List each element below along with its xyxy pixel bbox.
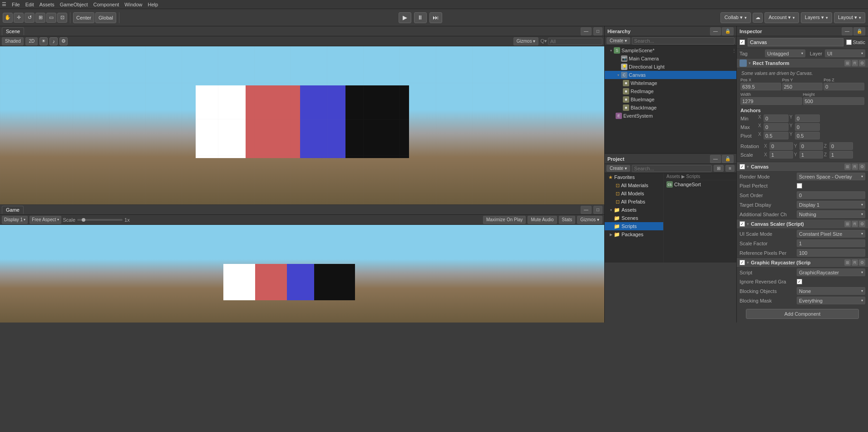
transform-tool-icon[interactable]: ⊡ — [57, 13, 67, 23]
game-tab[interactable]: Game — [2, 206, 24, 214]
hand-tool-icon[interactable]: ✋ — [3, 13, 13, 23]
tag-dropdown[interactable]: Untagged — [765, 50, 805, 57]
scale-factor-input[interactable] — [797, 239, 865, 247]
rect-icon3[interactable]: ⚙ — [859, 60, 865, 66]
hierarchy-scene-item[interactable]: ▾ S SampleScene* ⋮ — [605, 46, 736, 55]
rect-transform-header[interactable]: ▾ Rect Transform ⊞ R ⚙ — [737, 58, 868, 68]
packages-folder[interactable]: ▶ 📁 Packages — [605, 230, 663, 238]
menu-help[interactable]: Help — [148, 2, 158, 7]
sort-order-input[interactable] — [797, 191, 865, 199]
rect-icon2[interactable]: R — [852, 60, 858, 66]
pos-y-input[interactable] — [782, 83, 823, 90]
scaler-icon2[interactable]: R — [852, 221, 858, 227]
fx-icon[interactable]: ⚙ — [59, 37, 68, 45]
script-value[interactable]: GraphicRaycaster — [797, 268, 865, 276]
hierarchy-blue-image[interactable]: ■ BlueImage — [605, 95, 736, 104]
2d-button[interactable]: 2D — [25, 37, 38, 45]
scaler-checkbox[interactable] — [740, 221, 745, 227]
max-x-input[interactable] — [764, 123, 789, 131]
project-sort-icon[interactable]: ⊞ — [714, 165, 724, 172]
static-checkbox[interactable] — [846, 40, 852, 45]
aspect-dropdown[interactable]: Free Aspect — [30, 216, 61, 224]
assets-expand[interactable]: ▾ — [608, 207, 614, 213]
min-y-input[interactable] — [795, 114, 820, 122]
scene-options[interactable]: ⋮ — [732, 48, 736, 53]
hierarchy-create-button[interactable]: Create ▾ — [607, 37, 630, 44]
render-mode-dropdown[interactable]: Screen Space - Overlay — [797, 173, 865, 180]
raycaster-icon2[interactable]: R — [852, 259, 858, 266]
hierarchy-minimize[interactable]: — — [710, 27, 721, 35]
game-gizmos[interactable]: Gizmos ▾ — [577, 216, 602, 224]
all-materials-item[interactable]: ⊡ All Materials — [605, 181, 663, 189]
account-button[interactable]: Account ▾ — [764, 12, 799, 23]
global-button[interactable]: Global — [95, 12, 116, 23]
collab-button[interactable]: Collab ▾ — [720, 12, 751, 23]
stats-button[interactable]: Stats — [559, 216, 576, 224]
menu-file[interactable]: File — [12, 2, 20, 7]
raycaster-icon3[interactable]: ⚙ — [859, 259, 865, 266]
ui-scale-mode-dropdown[interactable]: Constant Pixel Size — [797, 230, 865, 238]
rect-tool-icon[interactable]: ▭ — [46, 13, 56, 23]
canvas-icon2[interactable]: R — [852, 164, 858, 170]
ignore-reversed-checkbox[interactable] — [797, 279, 802, 284]
all-models-item[interactable]: ⊡ All Models — [605, 189, 663, 198]
canvas-icon1[interactable]: ⊞ — [844, 164, 851, 170]
add-component-button[interactable]: Add Component — [746, 309, 859, 319]
rect-icon1[interactable]: ⊞ — [844, 60, 851, 66]
layer-dropdown[interactable]: UI — [825, 50, 865, 57]
additional-shader-dropdown[interactable]: Nothing — [797, 210, 865, 218]
height-input[interactable] — [803, 97, 865, 105]
project-lock[interactable]: 🔒 — [722, 155, 734, 163]
rot-z-input[interactable] — [829, 142, 853, 150]
ref-pixels-input[interactable] — [797, 249, 865, 257]
hierarchy-main-camera[interactable]: 📷 Main Camera — [605, 55, 736, 63]
canvas-component-header[interactable]: ▾ Canvas ⊞ R ⚙ — [737, 162, 868, 172]
scene-tab[interactable]: Scene — [2, 27, 24, 35]
hierarchy-black-image[interactable]: ■ BlackImage — [605, 104, 736, 112]
game-view[interactable] — [0, 225, 604, 323]
scenes-folder[interactable]: 📁 Scenes — [605, 214, 663, 222]
target-display-dropdown[interactable]: Display 1 — [797, 201, 865, 209]
shading-dropdown[interactable]: Shaded — [2, 37, 24, 45]
scene-maximize[interactable]: □ — [593, 27, 602, 35]
expand-canvas[interactable]: ▾ — [616, 72, 621, 78]
scale-z-input[interactable] — [829, 151, 853, 159]
graphic-raycaster-header[interactable]: ▾ Graphic Raycaster (Scrip ⊞ R ⚙ — [737, 258, 868, 268]
rot-y-input[interactable] — [799, 142, 823, 150]
rot-x-input[interactable] — [769, 142, 793, 150]
hierarchy-directional-light[interactable]: 💡 Directional Light — [605, 63, 736, 71]
go-name-input[interactable] — [748, 38, 843, 46]
raycaster-checkbox[interactable] — [740, 260, 745, 265]
canvas-comp-checkbox[interactable] — [740, 164, 745, 169]
scale-y-input[interactable] — [799, 151, 823, 159]
changesort-file[interactable]: cs ChangeSort — [664, 180, 736, 189]
expand-scene[interactable]: ▾ — [608, 48, 614, 53]
hierarchy-event-system[interactable]: E EventSystem — [605, 112, 736, 120]
hierarchy-canvas[interactable]: ▾ C Canvas — [605, 71, 736, 79]
hierarchy-search-input[interactable] — [632, 37, 735, 45]
hierarchy-lock[interactable]: 🔒 — [722, 27, 734, 35]
scale-x-input[interactable] — [769, 151, 793, 159]
raycaster-icon1[interactable]: ⊞ — [844, 259, 851, 266]
step-button[interactable]: ⏭ — [429, 12, 442, 23]
pivot-x-input[interactable] — [764, 132, 789, 139]
packages-expand[interactable]: ▶ — [608, 232, 614, 237]
canvas-scaler-header[interactable]: ▾ Canvas Scaler (Script) ⊞ R ⚙ — [737, 219, 868, 229]
scene-view[interactable] — [0, 46, 604, 204]
rotate-tool-icon[interactable]: ↺ — [25, 13, 35, 23]
assets-folder[interactable]: ▾ 📁 Assets — [605, 206, 663, 214]
pos-x-input[interactable] — [740, 83, 781, 90]
menu-component[interactable]: Component — [93, 2, 119, 7]
display-dropdown[interactable]: Display 1 — [2, 216, 28, 224]
scripts-folder[interactable]: 📁 Scripts — [605, 222, 663, 230]
hierarchy-white-image[interactable]: ■ WhiteImage — [605, 79, 736, 87]
menu-gameobject[interactable]: GameObject — [60, 2, 88, 7]
favorites-folder[interactable]: ★ Favorites — [605, 173, 663, 181]
hierarchy-red-image[interactable]: ■ RedImage — [605, 87, 736, 95]
inspector-lock[interactable]: 🔒 — [853, 27, 865, 35]
audio-icon[interactable]: ♪ — [49, 37, 58, 45]
go-active-checkbox[interactable] — [740, 40, 745, 45]
scaler-icon3[interactable]: ⚙ — [859, 221, 865, 227]
inspector-minimize[interactable]: — — [842, 27, 853, 35]
pivot-y-input[interactable] — [795, 132, 820, 139]
